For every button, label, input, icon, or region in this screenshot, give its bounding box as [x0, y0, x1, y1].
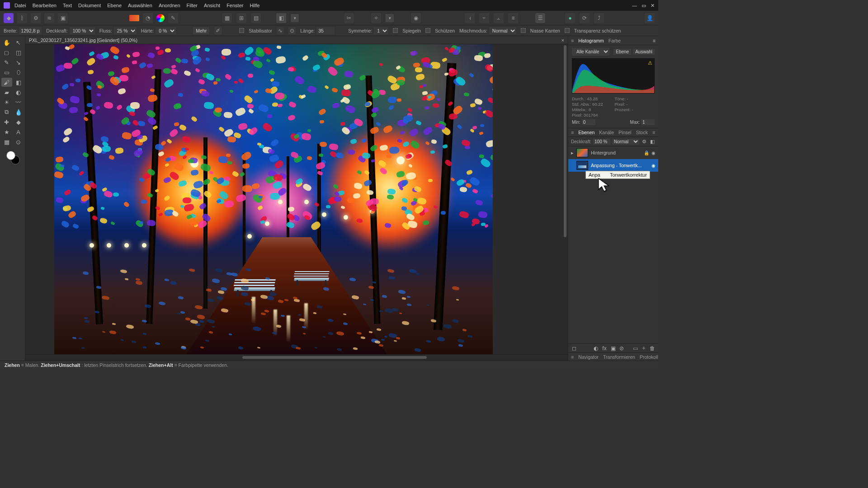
- hamburger2-icon[interactable]: ≡: [571, 130, 574, 135]
- persona-tone-icon[interactable]: ≋: [44, 13, 54, 23]
- stab-mode2-icon[interactable]: ⊙: [288, 27, 296, 34]
- tool-picker-icon[interactable]: ⊙: [13, 137, 24, 146]
- panel-menu-icon[interactable]: ≡: [653, 38, 656, 43]
- account-icon[interactable]: 👤: [645, 13, 655, 23]
- tool-erase-icon[interactable]: ◧: [13, 78, 24, 87]
- hamburger3-icon[interactable]: ≡: [571, 354, 574, 360]
- menu-fenster[interactable]: Fenster: [226, 3, 243, 8]
- input-min[interactable]: [582, 119, 595, 125]
- checkbox-transparenz[interactable]: [565, 28, 570, 33]
- select-layer-blend[interactable]: Normal: [612, 139, 639, 145]
- tab-navigator[interactable]: Navigator: [578, 354, 599, 360]
- gradient-swatch-icon[interactable]: [129, 15, 139, 21]
- visibility-icon[interactable]: ◉: [651, 163, 656, 168]
- layer-thumbnail[interactable]: [576, 161, 588, 170]
- share-icon[interactable]: ⤴: [594, 13, 604, 23]
- input-laenge[interactable]: [316, 27, 335, 34]
- tool-crop-icon[interactable]: ◫: [13, 48, 24, 57]
- select-deckkraft[interactable]: 100 %: [70, 27, 95, 34]
- layers-menu-icon[interactable]: ≡: [652, 130, 655, 135]
- group-icon[interactable]: ▭: [632, 345, 638, 352]
- menu-bearbeiten[interactable]: Bearbeiten: [33, 3, 57, 8]
- persona-photo-icon[interactable]: ◆: [4, 13, 14, 23]
- tab-pinsel[interactable]: Pinsel: [618, 130, 632, 135]
- cloud-icon[interactable]: ●: [565, 13, 575, 23]
- button-mehr[interactable]: Mehr: [193, 27, 209, 34]
- tab-protokoll[interactable]: Protokoll: [640, 354, 658, 360]
- tool-heal-icon[interactable]: ✚: [1, 117, 12, 127]
- tool-selection-rect-icon[interactable]: ▭: [1, 68, 12, 77]
- tool-view-icon[interactable]: ◻: [1, 48, 12, 57]
- menu-dokument[interactable]: Dokument: [78, 3, 101, 8]
- tab-stock[interactable]: Stock: [636, 130, 648, 135]
- tab-transformieren[interactable]: Transformieren: [603, 354, 635, 360]
- menu-datei[interactable]: Datei: [14, 3, 26, 8]
- select-symmetrie[interactable]: 1: [374, 27, 388, 34]
- lock-icon[interactable]: 🔒: [644, 150, 649, 155]
- checkbox-stabilisator[interactable]: [239, 28, 244, 33]
- align-dist-icon[interactable]: ≡: [508, 13, 518, 23]
- tab-histogramm[interactable]: Histogramm: [578, 38, 604, 43]
- tab-ebenen[interactable]: Ebenen: [578, 130, 594, 135]
- adjustment-icon[interactable]: ◐: [593, 345, 599, 352]
- expand-icon[interactable]: ▸: [571, 150, 574, 155]
- arrange-icon[interactable]: ◧: [276, 13, 286, 23]
- tab-kanaele[interactable]: Kanäle: [599, 130, 614, 135]
- input-max[interactable]: [641, 119, 655, 125]
- layers-list[interactable]: ▸ Hintergrund 🔒 ◉ Anpassung - Tonwertk..…: [568, 146, 658, 343]
- fx-icon[interactable]: ⚙: [641, 138, 647, 145]
- eyedropper-icon[interactable]: ✎: [168, 13, 178, 23]
- tab-close-icon[interactable]: ×: [561, 38, 564, 43]
- checkbox-spiegeln[interactable]: [393, 28, 398, 33]
- tool-dodge-icon[interactable]: ☀: [1, 98, 12, 107]
- layer-thumbnail[interactable]: [576, 148, 588, 157]
- select-haerte[interactable]: 0 %: [156, 27, 176, 34]
- layer-row[interactable]: Anpassung - Tonwertk... ◉: [568, 159, 658, 172]
- tab-farbe[interactable]: Farbe: [609, 38, 621, 43]
- tool-node-icon[interactable]: ↘: [13, 58, 24, 67]
- menu-ansicht[interactable]: Ansicht: [204, 3, 220, 8]
- menu-ebene[interactable]: Ebene: [107, 3, 122, 8]
- tool-text-icon[interactable]: A: [13, 127, 24, 136]
- close-icon[interactable]: ✕: [651, 3, 655, 9]
- hamburger-icon[interactable]: ≡: [571, 38, 574, 43]
- select-channels[interactable]: Alle Kanäle: [572, 48, 609, 56]
- delete-layer-icon[interactable]: 🗑: [649, 345, 656, 352]
- menu-filter[interactable]: Filter: [187, 3, 198, 8]
- add-layer-icon[interactable]: ＋: [641, 345, 647, 352]
- checkbox-schuetzen[interactable]: [425, 28, 430, 33]
- tool-mesh-icon[interactable]: ▦: [1, 137, 12, 146]
- horizontal-scrollbar[interactable]: [25, 354, 568, 361]
- persona-export-icon[interactable]: ▣: [58, 13, 68, 23]
- pressure-icon[interactable]: ✐: [214, 27, 222, 35]
- snap-guides-icon[interactable]: ⊞: [236, 13, 246, 23]
- btn-ebene[interactable]: Ebene: [613, 49, 631, 55]
- fx2-icon[interactable]: fx: [601, 345, 608, 352]
- brush-preset-icon[interactable]: ◔: [143, 13, 153, 23]
- sync-icon[interactable]: ⟳: [580, 13, 590, 23]
- layer-row[interactable]: ▸ Hintergrund 🔒 ◉: [568, 146, 658, 159]
- tool-redeye-icon[interactable]: ◆: [13, 117, 24, 127]
- persona-liquify-icon[interactable]: ⦚: [17, 13, 27, 23]
- btn-auswahl[interactable]: Auswahl: [633, 49, 655, 55]
- tool-selection-brush-icon[interactable]: ⬯: [13, 68, 24, 77]
- tool-blur-icon[interactable]: 💧: [13, 108, 24, 117]
- tool-move-icon[interactable]: ↖: [13, 38, 24, 47]
- crop-tool-icon[interactable]: ✂: [344, 13, 354, 23]
- tool-fill-icon[interactable]: ▰: [1, 88, 12, 97]
- menu-text[interactable]: Text: [63, 3, 72, 8]
- input-layer-opacity[interactable]: [593, 139, 610, 145]
- tool-shape-icon[interactable]: ★: [1, 127, 12, 136]
- align-center-icon[interactable]: ⫟: [479, 13, 489, 23]
- adj-icon[interactable]: ◧: [649, 138, 656, 145]
- minimize-icon[interactable]: —: [632, 3, 637, 9]
- studio-toggle-icon[interactable]: ☰: [535, 13, 545, 23]
- hscroll-thumb[interactable]: [242, 356, 427, 359]
- select-fluss[interactable]: 25 %: [114, 27, 137, 34]
- tool-pen-icon[interactable]: ✎: [1, 58, 12, 67]
- tool-clone-icon[interactable]: ⧉: [1, 108, 12, 117]
- select-mischmodus[interactable]: Normal: [489, 27, 516, 34]
- arrange-dropdown-icon[interactable]: ▾: [291, 14, 299, 22]
- menu-auswaehlen[interactable]: Auswählen: [128, 3, 152, 8]
- color-wheel-icon[interactable]: [156, 14, 165, 22]
